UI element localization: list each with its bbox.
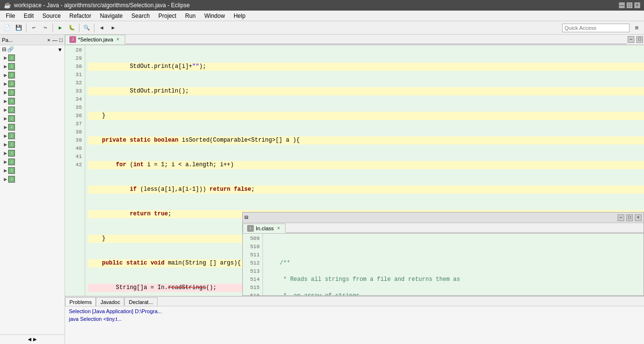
java-file-icon: J — [8, 89, 15, 96]
scroll-left-icon[interactable]: ◀ — [28, 336, 31, 343]
java-file-icon: J — [8, 167, 15, 174]
undo-button[interactable]: ↩ — [28, 23, 39, 33]
java-file-icon: J — [8, 72, 15, 79]
class-tab-icon: c — [247, 225, 254, 232]
java-file-icon: J — [8, 132, 15, 139]
separator-1 — [26, 24, 26, 32]
menu-project[interactable]: Project — [155, 12, 180, 20]
tab-close-icon[interactable]: × — [115, 37, 121, 42]
tree-icon: ▶ — [4, 107, 7, 112]
console-line-1: Selection [Java Application] D:\Progra..… — [69, 307, 640, 315]
sidebar-item[interactable]: ▶ J — [0, 53, 65, 62]
bottom-content: Selection [Java Application] D:\Progra..… — [65, 306, 644, 344]
expand-icon[interactable]: ▼ — [57, 47, 63, 53]
menu-navigate[interactable]: Navigate — [96, 12, 126, 20]
sidebar-item[interactable]: ▶ J — [0, 106, 65, 114]
search-button[interactable]: 🔍 — [81, 23, 92, 33]
second-editor-close[interactable]: × — [635, 214, 642, 221]
collapse-all-icon[interactable]: ⊟ — [2, 46, 6, 53]
window-title: workspace - Java - algorithms/src/algori… — [14, 2, 190, 9]
tree-icon: ▶ — [4, 81, 7, 86]
tree-icon: ▶ — [4, 55, 7, 60]
maximize-button[interactable]: □ — [627, 2, 632, 8]
tree-icon: ▶ — [4, 133, 7, 138]
sidebar-item[interactable]: ▶ J — [0, 140, 65, 149]
sidebar-item[interactable]: ▶ J — [0, 79, 65, 88]
sidebar-bottom: ◀ ▶ — [0, 334, 65, 344]
second-code-line-511: * Reads all strings from a file and retu… — [266, 276, 644, 284]
sidebar-maximize-icon[interactable]: □ — [59, 37, 63, 43]
sidebar-minimize-icon[interactable]: — — [52, 37, 57, 43]
javadoc-tab[interactable]: Javadoc — [96, 297, 124, 306]
debug-button[interactable]: 🐛 — [66, 23, 77, 33]
problems-tab[interactable]: Problems — [65, 297, 96, 306]
sidebar-item[interactable]: ▶ J — [0, 71, 65, 79]
second-code-line-512: * an array of strings. — [266, 292, 644, 295]
sidebar-item[interactable]: ▶ J — [0, 123, 65, 132]
second-tab-close-icon[interactable]: × — [276, 225, 281, 231]
second-editor-header: ⊟ — □ × — [243, 212, 644, 223]
sidebar-item[interactable]: ▶ J — [0, 114, 65, 123]
menu-edit[interactable]: Edit — [20, 12, 38, 20]
left-sidebar: Pa... × — □ ⊟ 🔗 ▼ ▶ J ▶ J ▶ J ▶ — [0, 35, 65, 344]
code-line-28: StdOut.print(a[i]+""); — [88, 63, 644, 71]
second-editor-content: 509 510 511 512 513 514 515 516 517 518 … — [243, 234, 644, 295]
selection-java-tab[interactable]: J *Selection.java × — [65, 35, 125, 44]
menu-source[interactable]: Source — [39, 12, 65, 20]
java-file-icon: J — [8, 124, 15, 131]
second-code-line-509 — [266, 243, 644, 251]
sidebar-item[interactable]: ▶ J — [0, 62, 65, 71]
menu-search[interactable]: Search — [128, 12, 154, 20]
editor-minimize-btn[interactable]: — — [628, 36, 634, 43]
sidebar-header: Pa... × — □ — [0, 35, 65, 45]
run-button[interactable]: ▶ — [55, 23, 66, 33]
minimize-button[interactable]: — — [619, 2, 625, 8]
main-area: Pa... × — □ ⊟ 🔗 ▼ ▶ J ▶ J ▶ J ▶ — [0, 35, 644, 344]
bottom-tabs: Problems Javadoc Declarat... — [65, 297, 644, 306]
second-editor-panel: ⊟ — □ × c In.class × 509 510 511 — [242, 212, 644, 296]
second-code-line-510: /** — [266, 259, 644, 267]
sidebar-item[interactable]: ▶ J — [0, 132, 65, 140]
java-file-icon: J — [8, 54, 15, 61]
redo-button[interactable]: ↪ — [40, 23, 51, 33]
tree-icon: ▶ — [4, 151, 7, 156]
new-button[interactable]: 📄 — [2, 23, 13, 33]
editor-area: J *Selection.java × — □ 28 29 30 31 32 3… — [65, 35, 644, 344]
close-button[interactable]: × — [634, 2, 640, 8]
menu-help[interactable]: Help — [230, 12, 250, 20]
separator-2 — [53, 24, 53, 32]
back-button[interactable]: ◀ — [96, 23, 107, 33]
second-editor-minimize[interactable]: — — [618, 214, 624, 221]
link-icon[interactable]: 🔗 — [7, 46, 14, 53]
tab-title: *Selection.java — [78, 37, 113, 42]
sidebar-item[interactable]: ▶ J — [0, 158, 65, 166]
menu-file[interactable]: File — [2, 12, 19, 20]
sidebar-item[interactable]: ▶ J — [0, 175, 65, 184]
toolbar: 📄 💾 ↩ ↪ ▶ 🐛 🔍 ◀ ▶ ⊞ — [0, 21, 644, 35]
sidebar-item[interactable]: ▶ J — [0, 88, 65, 97]
menu-refactor[interactable]: Refactor — [66, 12, 95, 20]
scroll-right-icon[interactable]: ▶ — [33, 336, 37, 343]
save-button[interactable]: 💾 — [13, 23, 24, 33]
sidebar-item[interactable]: ▶ J — [0, 166, 65, 175]
perspective-button[interactable]: ⊞ — [631, 23, 642, 33]
separator-3 — [79, 24, 79, 32]
menu-run[interactable]: Run — [181, 12, 199, 20]
java-tab-icon: J — [69, 36, 76, 43]
editor-maximize-btn[interactable]: □ — [636, 36, 643, 43]
sidebar-close-icon[interactable]: × — [47, 37, 50, 43]
java-file-icon: J — [8, 63, 15, 70]
in-class-tab[interactable]: c In.class × — [243, 224, 286, 233]
second-line-numbers: 509 510 511 512 513 514 515 516 517 518 … — [243, 234, 263, 295]
quick-access-input[interactable] — [562, 24, 630, 32]
java-file-icon: J — [8, 80, 15, 87]
forward-button[interactable]: ▶ — [108, 23, 118, 33]
second-code-lines: /** * Reads all strings from a file and … — [263, 234, 644, 295]
second-editor-maximize[interactable]: □ — [626, 214, 633, 221]
declaration-tab[interactable]: Declarat... — [124, 297, 157, 306]
minimize-icon: ⊟ — [245, 214, 248, 221]
sidebar-item[interactable]: ▶ J — [0, 97, 65, 106]
title-bar: ☕ workspace - Java - algorithms/src/algo… — [0, 0, 644, 11]
sidebar-item[interactable]: ▶ J — [0, 149, 65, 158]
menu-window[interactable]: Window — [200, 12, 229, 20]
